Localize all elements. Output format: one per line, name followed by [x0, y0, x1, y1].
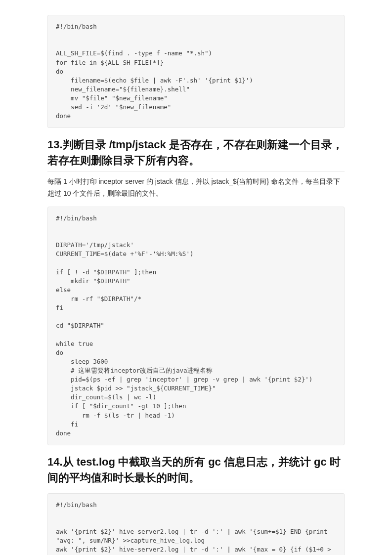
paragraph-13: 每隔 1 小时打印 inceptor server 的 jstack 信息，并以…	[47, 176, 345, 200]
heading-13: 13.判断目录 /tmp/jstack 是否存在，不存在则新建一个目录，若存在则…	[47, 137, 345, 172]
heading-14: 14.从 test.log 中截取当天的所有 gc 信息日志，并统计 gc 时间…	[47, 454, 345, 489]
code-block-3: #!/bin/bash awk '{print $2}' hive-server…	[47, 493, 345, 555]
code-block-2: #!/bin/bash DIRPATH='/tmp/jstack' CURREN…	[47, 207, 345, 445]
code-block-1: #!/bin/bash ALL_SH_FILE=$(find . -type f…	[47, 15, 345, 128]
document-page: #!/bin/bash ALL_SH_FILE=$(find . -type f…	[0, 0, 392, 555]
